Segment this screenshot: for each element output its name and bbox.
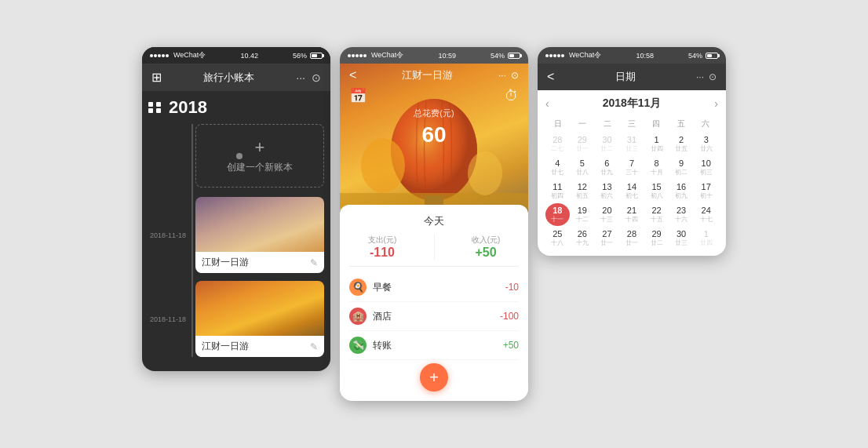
s2-battery-icon: [508, 53, 520, 59]
screen2-total: 📅 ⏱ 总花费(元) 60: [340, 87, 528, 148]
expense-item-2[interactable]: 🏨 酒店 -100: [349, 302, 519, 331]
cal-day-3-1[interactable]: 19十二: [571, 203, 595, 226]
screen2-target-icon[interactable]: ⊙: [511, 70, 519, 81]
cal-day-3-2[interactable]: 20十三: [595, 203, 619, 226]
cal-day-4-5[interactable]: 30廿三: [669, 227, 694, 249]
cal-day-4-2[interactable]: 27廿一: [595, 227, 619, 249]
cal-day-0-5[interactable]: 2廿五: [669, 133, 694, 155]
card-2-edit-icon[interactable]: ✎: [310, 341, 318, 352]
cal-day-1-4[interactable]: 8十月: [644, 156, 669, 179]
cal-day-2-4[interactable]: 15初八: [644, 180, 669, 202]
cal-day-1-3[interactable]: 7三十: [620, 156, 644, 179]
card-1-title: 江财一日游: [202, 256, 249, 269]
screen1-nav-title: 旅行小账本: [162, 71, 296, 85]
cal-day-2-5[interactable]: 16初九: [669, 180, 694, 202]
purple-bg: [195, 197, 324, 252]
cal-day-2-6[interactable]: 17初十: [694, 180, 718, 202]
s3-sig-2: [549, 54, 553, 57]
expense-item-3[interactable]: 💸 转账 +50: [349, 331, 519, 360]
cal-day-4-4[interactable]: 29廿二: [644, 227, 669, 249]
expense-label: 支出(元): [368, 235, 397, 246]
cal-day-1-6[interactable]: 10初三: [694, 156, 718, 179]
screen2-nav: < 江财一日游 ··· ⊙: [340, 64, 528, 87]
grid-dots-icon: [148, 102, 162, 113]
cal-day-4-1[interactable]: 26十九: [571, 227, 595, 249]
prev-month-button[interactable]: ‹: [545, 97, 549, 110]
card-1-item: 2018-11-18 江财一日游 ✎: [195, 197, 324, 273]
screen2-nav-title: 江财一日游: [402, 68, 453, 82]
screen1-status-bar: WeChat令 10.42 56%: [142, 47, 330, 64]
battery-fill: [312, 54, 317, 57]
screen1-grid-icon[interactable]: ⊞: [151, 70, 162, 85]
expense-name-3: 转账: [373, 339, 503, 352]
hotel-icon: 🏨: [349, 308, 367, 325]
cal-day-1-1[interactable]: 5廿八: [571, 156, 595, 179]
calendar-icon[interactable]: 📅: [349, 87, 367, 104]
screen1-carrier: WeChat令: [173, 50, 206, 60]
cal-day-3-4[interactable]: 22十五: [644, 203, 669, 226]
s3-sig-5: [561, 54, 564, 57]
cal-day-3-3[interactable]: 21十四: [620, 203, 644, 226]
total-label: 总花费(元): [340, 107, 528, 119]
svg-point-7: [468, 151, 502, 195]
cal-day-2-0[interactable]: 11初四: [545, 180, 570, 202]
screen2-more-icon[interactable]: ···: [498, 70, 506, 81]
account-card-1[interactable]: 江财一日游 ✎: [195, 197, 324, 273]
cal-day-1-5[interactable]: 9初二: [669, 156, 694, 179]
screen3-time: 10:58: [636, 52, 654, 60]
expense-item-1[interactable]: 🍳 早餐 -10: [349, 273, 519, 302]
screen2-status-bar: WeChat令 10:59 54%: [340, 47, 528, 64]
expense-name-2: 酒店: [373, 310, 500, 323]
signal-dot-3: [158, 54, 161, 57]
s2-sig-1: [348, 54, 351, 57]
cal-day-0-6[interactable]: 3廿六: [694, 133, 718, 155]
cal-day-2-1[interactable]: 12初五: [571, 180, 595, 202]
orange-bg: [195, 281, 324, 336]
screen1-target-icon[interactable]: ⊙: [312, 71, 321, 84]
account-card-2[interactable]: 江财一日游 ✎: [195, 281, 324, 357]
expense-amount: -110: [368, 246, 397, 260]
screen3-more-icon[interactable]: ···: [696, 71, 704, 82]
expense-name-1: 早餐: [373, 281, 505, 294]
next-month-button[interactable]: ›: [714, 97, 718, 110]
cal-day-0-3[interactable]: 31廿三: [620, 133, 644, 155]
screen3-back-button[interactable]: <: [547, 70, 554, 84]
signal-dot-5: [166, 54, 169, 57]
cal-day-1-2[interactable]: 6廿九: [595, 156, 619, 179]
screen2-time: 10:59: [438, 52, 456, 60]
cal-day-4-3[interactable]: 28廿一: [620, 227, 644, 249]
cal-day-3-0[interactable]: 18十一: [545, 203, 570, 226]
card-1-edit-icon[interactable]: ✎: [310, 257, 318, 268]
s2-sig-2: [352, 54, 355, 57]
screen2-back-button[interactable]: <: [349, 68, 356, 82]
income-col: 收入(元) +50: [472, 235, 501, 260]
cal-day-3-5[interactable]: 23十六: [669, 203, 694, 226]
screen3-target-icon[interactable]: ⊙: [709, 71, 717, 82]
cal-day-1-0[interactable]: 4廿七: [545, 156, 570, 179]
screen2-body: 今天 支出(元) -110 收入(元) +50 🍳 早餐 -10: [340, 205, 528, 401]
cal-day-2-2[interactable]: 13初六: [595, 180, 619, 202]
screen3-status-bar: WeChat令 10:58 54%: [538, 47, 726, 64]
expense-amount-3: +50: [503, 340, 519, 351]
chart-icon[interactable]: ⏱: [505, 88, 519, 104]
weekday-4: 四: [644, 117, 669, 131]
screens-container: WeChat令 10.42 56% ⊞ 旅行小账本 ··· ⊙: [126, 31, 742, 417]
cal-day-2-3[interactable]: 14初七: [620, 180, 644, 202]
plus-icon: +: [255, 137, 265, 158]
cal-day-4-6[interactable]: 1廿四: [694, 227, 718, 249]
screen1-more-icon[interactable]: ···: [296, 71, 305, 84]
cal-day-0-4[interactable]: 1廿四: [644, 133, 669, 155]
cal-day-0-0[interactable]: 28二七: [545, 133, 570, 155]
add-expense-button[interactable]: +: [420, 363, 448, 392]
card-1-image: [195, 197, 324, 252]
weekday-3: 三: [619, 117, 644, 131]
cal-day-0-2[interactable]: 30廿二: [595, 133, 619, 155]
new-account-card[interactable]: + 创建一个新账本: [195, 124, 324, 188]
cal-day-4-0[interactable]: 25十八: [545, 227, 570, 249]
cal-day-3-6[interactable]: 24十七: [694, 203, 718, 226]
cal-day-0-1[interactable]: 29廿一: [571, 133, 595, 155]
new-account-label: 创建一个新账本: [227, 161, 293, 174]
card-1-date: 2018-11-18: [150, 231, 186, 239]
food-icon: 🍳: [349, 279, 367, 296]
card-1-title-bar: 江财一日游 ✎: [195, 252, 324, 273]
